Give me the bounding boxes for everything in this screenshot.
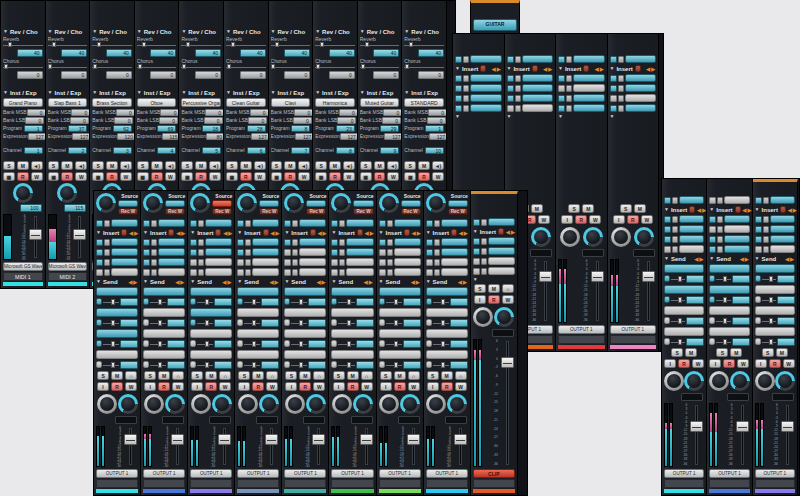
pan-knob[interactable] <box>473 307 493 327</box>
fader-handle[interactable] <box>73 229 86 240</box>
fx-name-button[interactable] <box>346 248 373 256</box>
fx-name-button[interactable] <box>252 258 279 266</box>
output-button[interactable]: OUTPUT 1 <box>426 469 468 478</box>
send-level-slider[interactable] <box>433 361 449 369</box>
power-icon[interactable] <box>379 220 386 227</box>
solo-button[interactable]: S <box>716 348 728 357</box>
solo-button[interactable]: S <box>92 161 104 170</box>
collapse-triangle-icon[interactable]: ▼ <box>426 279 431 284</box>
collapse-triangle-icon[interactable]: ▼ <box>664 207 669 212</box>
bypass-icon[interactable] <box>618 95 624 102</box>
record-button[interactable]: R <box>111 382 123 391</box>
bypass-icon[interactable] <box>387 269 393 276</box>
mute-button[interactable]: M <box>205 371 217 380</box>
slider-handle[interactable] <box>271 64 275 69</box>
mute-button[interactable]: M <box>582 204 594 213</box>
send-level-slider[interactable] <box>386 319 402 327</box>
arrow-right-icon[interactable]: ▶ <box>417 230 422 236</box>
arrow-right-icon[interactable]: ▶ <box>702 207 707 213</box>
chorus-slider[interactable] <box>3 64 43 70</box>
fx-name-button[interactable] <box>394 219 421 227</box>
fx-name-button[interactable] <box>299 219 326 227</box>
play-button[interactable] <box>212 200 232 207</box>
power-icon[interactable] <box>284 249 291 256</box>
arrow-right-icon[interactable]: ▶ <box>180 279 185 285</box>
send-prepost-button[interactable] <box>143 319 149 326</box>
speaker-button[interactable]: ◄) <box>387 161 399 170</box>
arrow-right-icon[interactable]: ▶ <box>651 66 656 72</box>
solo-button[interactable]: S <box>427 371 439 380</box>
input-echo-button[interactable]: I <box>664 359 676 368</box>
slider-handle[interactable] <box>394 320 398 326</box>
fx-name-button[interactable] <box>299 248 326 256</box>
send-prepost-button[interactable] <box>426 361 432 368</box>
reverb-slider[interactable] <box>404 42 444 48</box>
slider-handle[interactable] <box>320 42 324 47</box>
bypass-icon[interactable] <box>198 269 204 276</box>
bypass-icon[interactable] <box>387 259 393 266</box>
bypass-icon[interactable] <box>717 197 723 204</box>
slider-handle[interactable] <box>678 339 682 345</box>
slider-handle[interactable] <box>441 299 445 305</box>
volume-fader[interactable] <box>590 259 605 323</box>
input-echo-button[interactable]: ▦ <box>360 172 372 181</box>
fx-name-button[interactable] <box>394 258 421 266</box>
bypass-icon[interactable] <box>672 226 678 233</box>
fx-name-button[interactable] <box>205 238 232 246</box>
arrow-right-icon[interactable]: ▶ <box>548 66 553 72</box>
write-button[interactable]: W <box>209 172 221 181</box>
pan-knob[interactable] <box>664 371 684 391</box>
fx-name-button[interactable] <box>470 55 502 63</box>
input-echo-button[interactable]: I <box>333 382 345 391</box>
chorus-slider[interactable] <box>181 64 221 70</box>
bypass-icon[interactable] <box>387 239 393 246</box>
pan-knob[interactable] <box>379 394 399 414</box>
power-icon[interactable] <box>426 220 433 227</box>
volume-fader[interactable] <box>453 426 468 467</box>
input-echo-button[interactable]: ▦ <box>181 172 193 181</box>
fx-name-button[interactable] <box>522 55 554 63</box>
volume-knob[interactable] <box>118 394 138 414</box>
send-prepost-button[interactable] <box>664 317 670 324</box>
volume-fader[interactable] <box>500 339 515 467</box>
send-dest-button[interactable] <box>755 285 795 294</box>
power-icon[interactable] <box>237 269 244 276</box>
power-icon[interactable] <box>331 269 338 276</box>
fx-name-button[interactable] <box>252 268 279 276</box>
bypass-icon[interactable] <box>434 259 440 266</box>
rec-w-button[interactable]: Rec W <box>353 208 373 215</box>
instrument-name-button[interactable]: Clavi <box>271 98 311 107</box>
collapse-triangle-icon[interactable]: ▼ <box>360 29 365 34</box>
slider-handle[interactable] <box>769 318 773 324</box>
bypass-icon[interactable] <box>515 95 521 102</box>
pan-knob[interactable] <box>191 394 211 414</box>
fx-name-button[interactable] <box>573 104 605 112</box>
write-button[interactable]: W <box>538 215 550 224</box>
collapse-triangle-icon[interactable]: ▼ <box>360 90 365 95</box>
bypass-icon[interactable] <box>339 249 345 256</box>
send-prepost-button[interactable] <box>331 361 337 368</box>
bypass-icon[interactable] <box>672 236 678 243</box>
send-dest-button[interactable] <box>755 327 795 336</box>
power-icon[interactable] <box>96 259 103 266</box>
power-icon[interactable] <box>96 249 103 256</box>
send-dest-button[interactable] <box>190 350 232 359</box>
input-echo-button[interactable]: I <box>755 359 767 368</box>
record-button[interactable]: R <box>17 172 29 181</box>
arrow-right-icon[interactable]: ▶ <box>228 230 233 236</box>
send-dest-button[interactable] <box>331 287 373 296</box>
fx-name-button[interactable] <box>158 219 185 227</box>
send-prepost-button[interactable] <box>664 296 670 303</box>
slider-handle[interactable] <box>441 362 445 368</box>
send-dest-button[interactable] <box>379 308 421 317</box>
power-icon[interactable] <box>664 226 671 233</box>
slider-handle[interactable] <box>111 362 115 368</box>
fx-name-button[interactable] <box>724 196 749 204</box>
write-button[interactable]: W <box>266 382 278 391</box>
fx-name-button[interactable] <box>625 104 657 112</box>
bypass-icon[interactable] <box>339 239 345 246</box>
fx-name-button[interactable] <box>470 84 502 92</box>
input-echo-button[interactable]: ▦ <box>137 172 149 181</box>
bypass-icon[interactable] <box>292 220 298 227</box>
write-button[interactable]: W <box>589 215 601 224</box>
